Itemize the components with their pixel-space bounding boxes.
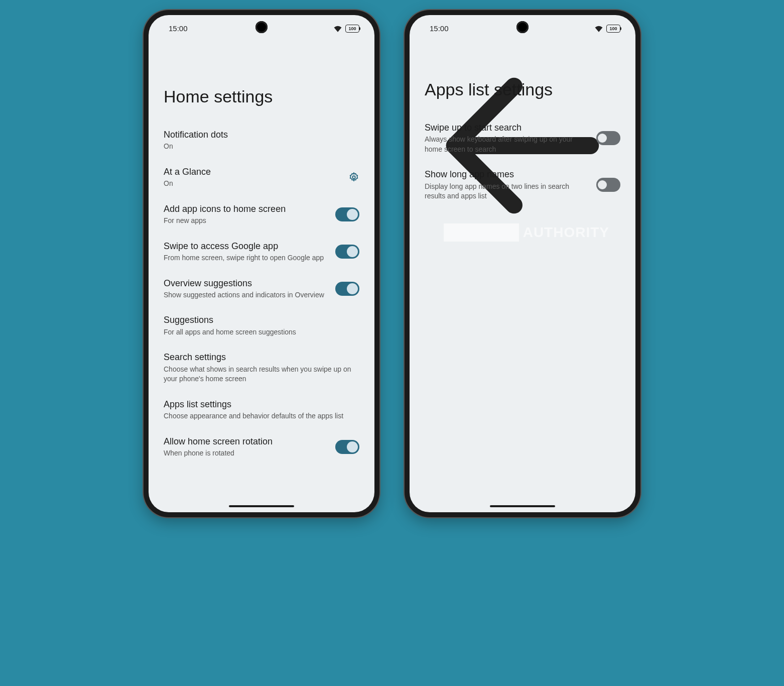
setting-apps-list[interactable]: Apps list settings Choose appearance and… (164, 391, 359, 428)
setting-subtitle: Display long app names on two lines in s… (425, 182, 590, 201)
toggle-allow-rotation[interactable] (335, 440, 359, 454)
camera-cutout (516, 21, 529, 33)
setting-subtitle: Choose what shows in search results when… (164, 365, 353, 384)
topbar-empty (149, 37, 374, 57)
wifi-icon (333, 25, 342, 32)
toggle-swipe-search[interactable] (596, 131, 620, 145)
setting-subtitle: Show suggested actions and indicators in… (164, 290, 329, 300)
setting-suggestions[interactable]: Suggestions For all apps and home screen… (164, 307, 359, 344)
setting-title: Swipe up to start search (425, 122, 590, 134)
nav-gesture-bar[interactable] (490, 505, 555, 507)
setting-subtitle: For new apps (164, 216, 329, 226)
wifi-icon (594, 25, 603, 32)
toggle-overview-suggestions[interactable] (335, 282, 359, 296)
setting-title: Apps list settings (164, 398, 353, 410)
setting-title: Search settings (164, 351, 353, 363)
setting-at-a-glance[interactable]: At a Glance On (164, 159, 359, 196)
svg-point-0 (352, 176, 355, 179)
setting-add-app-icons[interactable]: Add app icons to home screen For new app… (164, 196, 359, 233)
setting-subtitle: Choose appearance and behavior defaults … (164, 411, 353, 421)
status-right: 100 (594, 25, 620, 33)
status-time: 15:00 (164, 24, 188, 33)
toggle-long-app-names[interactable] (596, 178, 620, 192)
setting-title: Swipe to access Google app (164, 240, 329, 252)
setting-long-app-names[interactable]: Show long app names Display long app nam… (425, 161, 620, 208)
setting-title: Allow home screen rotation (164, 435, 329, 447)
setting-title: Add app icons to home screen (164, 203, 329, 215)
battery-icon: 100 (345, 25, 359, 33)
setting-notification-dots[interactable]: Notification dots On (164, 122, 359, 159)
setting-subtitle: On (164, 142, 353, 152)
toggle-swipe-google[interactable] (335, 245, 359, 259)
gear-icon[interactable] (348, 172, 359, 183)
setting-swipe-search[interactable]: Swipe up to start search Always show key… (425, 115, 620, 161)
setting-subtitle: Always show keyboard after swiping up on… (425, 135, 590, 154)
page-title: Home settings (149, 57, 374, 122)
setting-subtitle: When phone is rotated (164, 448, 329, 459)
settings-list: Notification dots On At a Glance On (149, 122, 374, 466)
back-arrow-icon[interactable] (421, 241, 624, 249)
screen-left: 15:00 100 Home settings Notification dot… (149, 15, 374, 512)
screen-right: 15:00 100 Apps list settings Swipe up (410, 15, 635, 512)
setting-title: At a Glance (164, 166, 342, 178)
setting-search-settings[interactable]: Search settings Choose what shows in sea… (164, 344, 359, 391)
setting-title: Notification dots (164, 129, 353, 141)
setting-title: Show long app names (425, 168, 590, 180)
setting-swipe-google[interactable]: Swipe to access Google app From home scr… (164, 233, 359, 270)
phone-right: 15:00 100 Apps list settings Swipe up (405, 10, 640, 517)
setting-subtitle: From home screen, swipe right to open Go… (164, 253, 329, 263)
setting-allow-rotation[interactable]: Allow home screen rotation When phone is… (164, 428, 359, 466)
nav-gesture-bar[interactable] (229, 505, 294, 507)
topbar (410, 37, 635, 57)
setting-title: Suggestions (164, 314, 353, 326)
battery-icon: 100 (606, 25, 620, 33)
status-time: 15:00 (425, 24, 449, 33)
setting-subtitle: For all apps and home screen suggestions (164, 327, 353, 337)
toggle-add-app-icons[interactable] (335, 207, 359, 221)
phone-left: 15:00 100 Home settings Notification dot… (144, 10, 379, 517)
camera-cutout (255, 21, 268, 33)
setting-subtitle: On (164, 179, 342, 189)
status-right: 100 (333, 25, 359, 33)
setting-title: Overview suggestions (164, 277, 329, 289)
setting-overview-suggestions[interactable]: Overview suggestions Show suggested acti… (164, 270, 359, 307)
